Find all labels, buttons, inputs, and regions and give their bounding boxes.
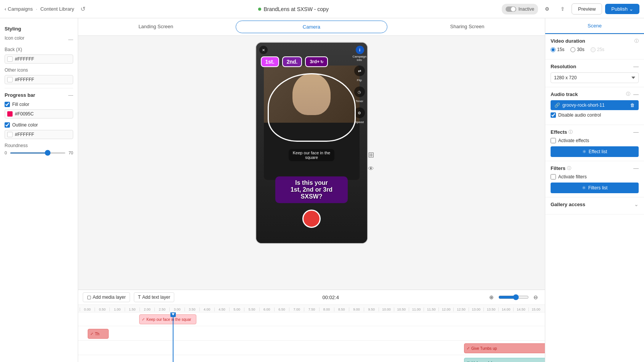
filter-list-icon: ⚛ <box>582 185 586 191</box>
ruler-mark: 12.50 <box>453 308 468 311</box>
inactive-toggle[interactable]: Inactive <box>502 4 538 14</box>
tab-sharing-screen[interactable]: Sharing Screen <box>390 18 545 35</box>
publish-button[interactable]: Publish ⌄ <box>605 4 639 14</box>
duration-30s-radio[interactable] <box>570 47 575 52</box>
campaign-info-label: Campaign Info <box>353 55 366 62</box>
fill-color-label: Fill color <box>12 102 29 107</box>
fill-color-field[interactable]: #F0095C <box>5 109 73 119</box>
gallery-access-header: Gallery access ⌄ <box>551 201 639 207</box>
outline-color-swatch <box>7 132 13 137</box>
disable-audio-checkbox[interactable] <box>551 112 556 118</box>
ruler-mark: 4.50 <box>214 308 229 311</box>
filter-list-button[interactable]: ⚛ Filters list <box>551 183 639 193</box>
duration-30s-option[interactable]: 30s <box>570 47 584 52</box>
record-button[interactable] <box>302 210 321 228</box>
progress-bar-collapse[interactable]: — <box>68 92 73 98</box>
ruler-mark: 8.50 <box>334 308 349 311</box>
visibility-toggle[interactable]: 👁 <box>368 165 374 172</box>
video-duration-info[interactable]: ⓘ <box>634 38 639 44</box>
duration-15s-radio[interactable] <box>551 47 556 52</box>
duration-30s-label: 30s <box>577 47 584 52</box>
zoom-out-button[interactable]: ⊖ <box>531 293 540 302</box>
clip-resize-icon: ⤢ <box>142 317 145 321</box>
gallery-access-title: Gallery access <box>551 202 585 207</box>
scene-tab[interactable]: Scene <box>545 18 644 34</box>
video-duration-header: Video duration ⓘ <box>551 38 639 44</box>
styling-title: Styling <box>5 26 21 32</box>
clip-bl-logo-label: bl_logo_alpha.mov <box>472 361 504 362</box>
progress-bar-title: Progress bar <box>5 92 35 98</box>
back-x-color-value: #FFFFFF <box>15 56 34 62</box>
resolution-select[interactable]: 1280 x 720 <box>551 72 639 83</box>
audio-track-delete-button[interactable]: 🗑 <box>630 103 635 108</box>
filters-collapse[interactable]: — <box>633 165 639 171</box>
audio-track-info[interactable]: ⓘ <box>626 91 630 97</box>
zoom-slider[interactable] <box>498 294 529 300</box>
back-x-color-field[interactable]: #FFFFFF <box>5 54 73 64</box>
phone-info-button[interactable]: i <box>356 46 364 54</box>
activate-effects-label: Activate effects <box>558 138 589 143</box>
fill-color-checkbox[interactable] <box>5 102 10 107</box>
add-media-layer-button[interactable]: ▢ Add media layer <box>83 292 130 302</box>
effect-list-icon: ⚛ <box>582 149 586 154</box>
outline-color-label: Outline color <box>12 122 38 128</box>
speed-label: Speed <box>355 120 364 124</box>
filters-section: Filters ⓘ — Activate filters ⚛ Filters l… <box>545 161 644 197</box>
other-icons-color-value: #FFFFFF <box>15 77 34 82</box>
campaigns-breadcrumb[interactable]: Campaigns <box>8 6 33 12</box>
filters-info[interactable]: ⓘ <box>567 165 571 171</box>
top-bar-left: ‹ Campaigns · Content Library ↺ <box>5 5 85 13</box>
gallery-access-section: Gallery access ⌄ <box>545 197 644 215</box>
playhead[interactable] <box>173 312 173 362</box>
other-icons-color-field[interactable]: #FFFFFF <box>5 75 73 84</box>
effects-collapse[interactable]: — <box>633 129 639 135</box>
roundness-slider[interactable] <box>10 152 66 154</box>
audio-track-section: Audio track ⓘ — 🔗 groovy-rock-short-11 🗑… <box>545 87 644 125</box>
clip-bl-logo[interactable]: ▢ bl_logo_alpha.mov <box>464 358 545 362</box>
clip-label: Keep our face in the squar <box>146 317 191 322</box>
clip-label-small: Th <box>95 332 100 336</box>
clip-text-small[interactable]: ⤢ Th <box>88 329 109 339</box>
clip-icon-small: ⤢ <box>90 332 93 336</box>
tab-landing-screen[interactable]: Landing Screen <box>78 18 233 35</box>
duration-25s-label: 25s <box>597 47 604 52</box>
outline-color-checkbox[interactable] <box>5 122 10 128</box>
activate-effects-checkbox[interactable] <box>551 138 556 143</box>
resolution-collapse[interactable]: — <box>633 63 639 69</box>
add-media-icon: ▢ <box>87 295 91 300</box>
outline-color-field[interactable]: #FFFFFF <box>5 130 73 139</box>
share-button[interactable]: ⇧ <box>556 3 569 15</box>
phone-close-button[interactable]: ✕ <box>259 46 268 54</box>
icon-color-collapse[interactable]: — <box>68 37 73 42</box>
speed-button[interactable]: ⚙ <box>354 107 365 118</box>
settings-button[interactable]: ⚙ <box>541 3 553 15</box>
effect-list-button[interactable]: ⚛ Effect list <box>551 146 639 157</box>
back-button[interactable]: ‹ Campaigns <box>5 6 33 12</box>
fill-color-swatch <box>7 111 13 117</box>
audio-track-collapse[interactable]: — <box>633 91 639 97</box>
top-bar: ‹ Campaigns · Content Library ↺ BrandLen… <box>0 0 644 18</box>
drag-handle[interactable]: ⊞ <box>368 150 374 159</box>
preview-button[interactable]: Preview <box>572 3 602 14</box>
rank3-refresh-icon: ↻ <box>320 60 323 64</box>
timeline-time-display: 00:02:4 <box>178 295 483 300</box>
tab-camera[interactable]: Camera <box>236 21 387 33</box>
clip-give-tumbs[interactable]: ⤢ Give Tumbs up <box>464 343 545 353</box>
timeline-tracks: ⤢ Keep our face in the squar ⤢ Th ⤢ Giv <box>78 312 545 362</box>
activate-filters-checkbox[interactable] <box>551 174 556 179</box>
flip-button[interactable]: ⇄ <box>354 66 365 76</box>
outline-color-row: Outline color <box>5 122 73 128</box>
add-text-layer-button[interactable]: T Add text layer <box>134 292 175 302</box>
project-title[interactable]: BrandLens at SXSW - copy <box>263 6 328 12</box>
ruler-mark: 7.00 <box>289 308 304 311</box>
timer-label: Timer <box>355 99 363 103</box>
clip-face-guide[interactable]: ⤢ Keep our face in the squar <box>139 314 196 324</box>
main-text-content: Is this your 1st, 2nd or 3rd SXSW? <box>275 176 348 203</box>
timer-button[interactable]: ◷ <box>354 86 365 97</box>
undo-icon[interactable]: ↺ <box>80 5 85 13</box>
content-library-breadcrumb[interactable]: Content Library <box>40 6 74 12</box>
zoom-in-button[interactable]: ⊕ <box>487 293 496 302</box>
gallery-access-collapse[interactable]: ⌄ <box>634 201 639 207</box>
effects-info[interactable]: ⓘ <box>569 129 573 135</box>
duration-15s-option[interactable]: 15s <box>551 47 564 52</box>
